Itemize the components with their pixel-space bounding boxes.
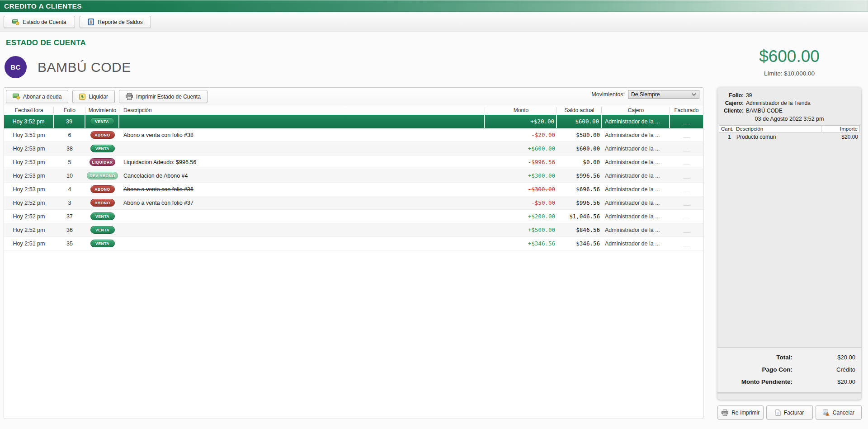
cell-facturado: ___ [670, 223, 703, 236]
cell-folio: 38 [54, 142, 85, 155]
cell-movimiento: ABONO [85, 128, 119, 141]
receipt-cajero-label: Cajero: [720, 100, 744, 106]
monto-pendiente-value: $20.00 [793, 378, 855, 385]
header-descripcion[interactable]: Descripción [119, 105, 485, 115]
movimientos-control: Movimientos: De Siempre [591, 90, 699, 99]
contact-book-icon [88, 19, 94, 25]
abonar-a-deuda-button[interactable]: Abonar a deuda [6, 90, 68, 103]
transactions-toolbar: Abonar a deuda Liquidar Imprimir Estado … [4, 88, 703, 105]
movimiento-badge: ABONO [90, 185, 115, 193]
movimiento-badge: ABONO [90, 199, 115, 207]
cell-facturado: ___ [670, 237, 703, 250]
cell-movimiento: VENTA [85, 237, 119, 250]
cell-fecha: Hoy 2:53 pm [4, 169, 54, 182]
cell-cajero: Administrador de la ... [602, 196, 670, 209]
cell-monto: +$300.00 [485, 169, 557, 182]
cell-folio: 37 [54, 210, 85, 223]
cell-folio: 5 [54, 156, 85, 169]
pago-con-value: Crédito [793, 366, 855, 373]
items-header-importe: Importe [821, 126, 860, 132]
item-descripcion: Producto comun [734, 134, 821, 140]
table-row[interactable]: Hoy 2:53 pm 38 VENTA +$600.00 $600.00 Ad… [4, 142, 703, 156]
cell-descripcion: Liquidacion Adeudo: $996.56 [119, 156, 485, 169]
table-row[interactable]: Hoy 2:52 pm 37 VENTA +$200.00 $1,046.56 … [4, 210, 703, 223]
reporte-de-saldos-button[interactable]: Reporte de Saldos [80, 16, 151, 28]
client-name: BAMBÚ CODE [38, 60, 131, 75]
cell-descripcion: Abono a venta con folio #36 [119, 183, 485, 196]
cell-descripcion: Abono a venta con folio #37 [119, 196, 485, 209]
receipt-date: 03 de Agosto 2022 3:52 pm [717, 114, 861, 123]
cell-movimiento: LIQUIDAR [85, 156, 119, 169]
cell-monto: -$50.00 [485, 196, 557, 209]
money-note-icon [79, 94, 85, 100]
table-row[interactable]: Hoy 3:51 pm 6 ABONO Abono a venta con fo… [4, 128, 703, 142]
header-saldo-actual[interactable]: Saldo actual [557, 105, 602, 115]
document-icon [775, 410, 781, 416]
liquidar-button[interactable]: Liquidar [72, 90, 115, 103]
cell-cajero: Administrador de la ... [602, 237, 670, 250]
monto-pendiente-label: Monto Pendiente: [723, 378, 793, 385]
cell-movimiento: DEV ABONO [85, 169, 119, 182]
cell-saldo: $996.56 [557, 196, 602, 209]
cancelar-button[interactable]: Cancelar [816, 405, 862, 420]
balance-box: $600.00 Límite: $10,000.00 [717, 47, 861, 77]
cell-cajero: Administrador de la ... [602, 210, 670, 223]
receipt-folio-label: Folio: [720, 92, 744, 99]
receipt-cliente-line: Cliente: BAMBÚ CODE [717, 107, 861, 114]
total-value: $20.00 [793, 354, 855, 361]
credit-limit: Límite: $10,000.00 [717, 70, 861, 77]
cell-saldo: $600.00 [557, 142, 602, 155]
header-monto[interactable]: Monto [485, 105, 557, 115]
imprimir-estado-button[interactable]: Imprimir Estado de Cuenta [119, 90, 208, 103]
cell-fecha: Hoy 3:52 pm [4, 115, 54, 128]
facturado-placeholder: ___ [683, 119, 690, 124]
cell-movimiento: VENTA [85, 223, 119, 236]
cell-monto: +$600.00 [485, 142, 557, 155]
cell-monto: +$500.00 [485, 223, 557, 236]
cell-movimiento: ABONO [85, 196, 119, 209]
cell-facturado: ___ [670, 156, 703, 169]
table-row[interactable]: Hoy 2:53 pm 5 LIQUIDAR Liquidacion Adeud… [4, 156, 703, 169]
item-cant: 1 [719, 134, 734, 140]
re-imprimir-button[interactable]: Re-imprimir [717, 405, 764, 420]
cell-facturado: ___ [670, 142, 703, 155]
cancelar-label: Cancelar [833, 410, 854, 416]
header-cajero[interactable]: Cajero [602, 105, 670, 115]
header-movimiento[interactable]: Movimiento [85, 105, 119, 115]
re-imprimir-label: Re-imprimir [731, 410, 760, 416]
cell-monto: +$20.00 [485, 115, 557, 128]
receipt-actions: Re-imprimir Facturar Cancelar [717, 405, 862, 420]
estado-de-cuenta-button[interactable]: Estado de Cuenta [4, 16, 75, 28]
facturado-placeholder: ___ [683, 187, 690, 192]
table-row[interactable]: Hoy 3:52 pm 39 VENTA +$20.00 $600.00 Adm… [4, 115, 703, 128]
facturado-placeholder: ___ [683, 173, 690, 178]
movimiento-badge: ABONO [90, 131, 115, 139]
cell-saldo: $580.00 [557, 128, 602, 141]
receipt-folio-line: Folio: 39 [717, 91, 861, 99]
cell-descripcion [119, 115, 485, 128]
account-card-icon [12, 19, 19, 25]
receipt-items-header: Cant. Descripción Importe [719, 125, 860, 132]
page-title: ESTADO DE CUENTA [6, 38, 86, 47]
cell-facturado: ___ [670, 183, 703, 196]
cell-facturado: ___ [670, 128, 703, 141]
table-row[interactable]: Hoy 2:52 pm 3 ABONO Abono a venta con fo… [4, 196, 703, 210]
receipt-item-row: 1 Producto comun $20.00 [719, 132, 860, 141]
movimientos-select[interactable]: De Siempre [628, 90, 699, 99]
item-importe: $20.00 [821, 134, 860, 140]
transactions-header: Fecha/Hora Folio Movimiento Descripción … [4, 105, 703, 115]
table-row[interactable]: Hoy 2:52 pm 36 VENTA +$500.00 $846.56 Ad… [4, 223, 703, 237]
cell-facturado: ___ [670, 169, 703, 182]
table-row[interactable]: Hoy 2:53 pm 10 DEV ABONO Cancelacion de … [4, 169, 703, 183]
facturar-button[interactable]: Facturar [766, 405, 812, 420]
movimiento-badge: DEV ABONO [87, 172, 118, 179]
header-folio[interactable]: Folio [54, 105, 85, 115]
header-fecha-hora[interactable]: Fecha/Hora [4, 105, 54, 115]
receipt-cajero-line: Cajero: Administrador de la Tienda [717, 99, 861, 107]
cell-descripcion [119, 210, 485, 223]
table-row[interactable]: Hoy 2:51 pm 35 VENTA +$346.56 $346.56 Ad… [4, 237, 703, 250]
app-title: CREDITO A CLIENTES [4, 2, 82, 10]
cell-fecha: Hoy 2:52 pm [4, 210, 54, 223]
table-row[interactable]: Hoy 2:53 pm 4 ABONO Abono a venta con fo… [4, 183, 703, 196]
header-facturado[interactable]: Facturado [670, 105, 703, 115]
